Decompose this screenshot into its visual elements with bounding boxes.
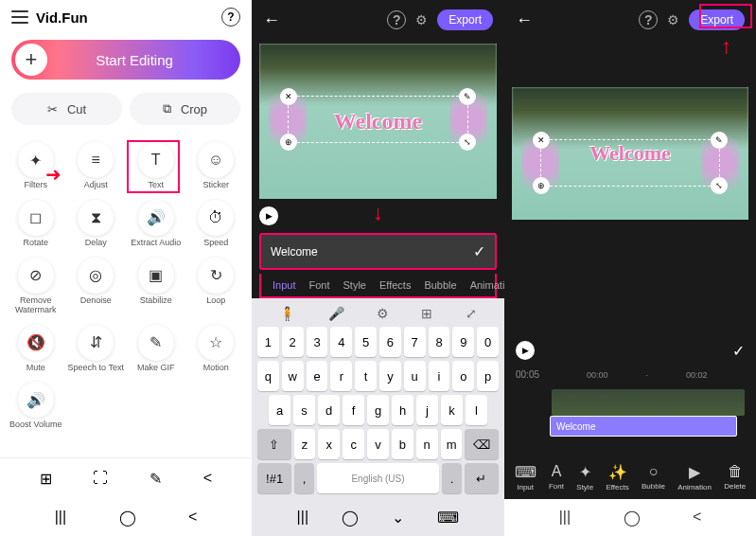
- key-p[interactable]: p: [477, 361, 499, 391]
- key-6[interactable]: 6: [379, 327, 401, 357]
- tab-input[interactable]: Input: [273, 279, 295, 291]
- magic-icon[interactable]: ✎: [149, 470, 162, 488]
- key-9[interactable]: 9: [452, 327, 474, 357]
- back-icon[interactable]: ←: [263, 10, 280, 30]
- tool-denoise[interactable]: ◎Denoise: [66, 254, 127, 319]
- key-c[interactable]: c: [343, 429, 364, 459]
- nav-home[interactable]: ◯: [119, 509, 136, 527]
- key-7[interactable]: 7: [404, 327, 426, 357]
- text-selection[interactable]: ✕ ✎ ⊕ ⤡: [288, 96, 468, 143]
- tool-effects[interactable]: ✨Effects: [606, 463, 628, 491]
- nav-back[interactable]: ⌄: [392, 509, 404, 527]
- key-symbols[interactable]: !#1: [257, 463, 291, 493]
- text-clip[interactable]: Welcome: [550, 416, 737, 437]
- confirm-icon[interactable]: ✓: [473, 242, 485, 260]
- key-b[interactable]: b: [392, 429, 413, 459]
- nav-back[interactable]: <: [693, 509, 701, 527]
- tab-effects[interactable]: Effects: [379, 279, 411, 291]
- back-icon[interactable]: ←: [516, 10, 533, 30]
- handle-bl[interactable]: ⊕: [533, 177, 550, 194]
- scan-icon[interactable]: ⛶: [93, 470, 108, 488]
- tool-sticker[interactable]: ☺Sticker: [186, 138, 247, 194]
- grid-icon[interactable]: ⊞: [40, 470, 52, 488]
- key-v[interactable]: v: [367, 429, 389, 459]
- export-button[interactable]: Export: [437, 9, 493, 30]
- tool-input[interactable]: ⌨Input: [515, 463, 536, 491]
- key-k[interactable]: k: [441, 395, 463, 425]
- tab-font[interactable]: Font: [308, 279, 329, 291]
- handle-tr[interactable]: ✎: [459, 88, 476, 105]
- video-preview[interactable]: Welcome ✕ ✎ ⊕ ⤡: [512, 87, 748, 220]
- cut-button[interactable]: ✂Cut: [11, 93, 122, 125]
- tool-rotate[interactable]: ◻Rotate: [6, 196, 66, 252]
- menu-icon[interactable]: [11, 10, 28, 24]
- key-comma[interactable]: ,: [294, 463, 314, 493]
- key-a[interactable]: a: [269, 395, 290, 425]
- tool-loop[interactable]: ↻Loop: [186, 254, 247, 319]
- tool-remove-watermark[interactable]: ⊘Remove Watermark: [6, 254, 66, 319]
- tab-style[interactable]: Style: [343, 279, 365, 291]
- key-d[interactable]: d: [318, 395, 340, 425]
- tool-make-gif[interactable]: ✎Make GIF: [126, 321, 186, 377]
- tool-extract-audio[interactable]: 🔊Extract Audio: [126, 196, 186, 252]
- tool-delete[interactable]: 🗑Delete: [724, 463, 746, 491]
- gear-icon[interactable]: ⚙: [415, 12, 428, 27]
- nav-recent[interactable]: |||: [559, 509, 571, 527]
- key-4[interactable]: 4: [330, 327, 352, 357]
- kb-mic[interactable]: 🎤: [328, 306, 344, 321]
- key-e[interactable]: e: [307, 361, 328, 391]
- text-input[interactable]: [271, 245, 466, 259]
- key-space[interactable]: English (US): [317, 463, 439, 493]
- tool-boost-volume[interactable]: 🔊Boost Volume: [6, 378, 66, 434]
- key-y[interactable]: y: [379, 361, 401, 391]
- handle-br[interactable]: ⤡: [711, 177, 728, 194]
- video-track[interactable]: [552, 389, 745, 416]
- tool-font[interactable]: AFont: [549, 463, 564, 491]
- key-l[interactable]: l: [466, 395, 487, 425]
- crop-button[interactable]: ⧉Crop: [130, 93, 240, 125]
- key-g[interactable]: g: [367, 395, 389, 425]
- video-preview[interactable]: Welcome ✕ ✎ ⊕ ⤡: [259, 44, 497, 199]
- key-1[interactable]: 1: [257, 327, 279, 357]
- tool-animation[interactable]: ▶Animation: [677, 463, 712, 491]
- tool-speech-to-text[interactable]: ⇵Speech to Text: [66, 321, 127, 377]
- kb-gear[interactable]: ⚙: [377, 306, 389, 321]
- key-backspace[interactable]: ⌫: [465, 429, 499, 459]
- key-r[interactable]: r: [330, 361, 352, 391]
- tool-adjust[interactable]: ≡Adjust: [66, 138, 127, 194]
- tab-bubble[interactable]: Bubble: [424, 279, 456, 291]
- play-button[interactable]: ▶: [259, 206, 278, 225]
- nav-kb[interactable]: ⌨: [437, 509, 459, 527]
- key-j[interactable]: j: [416, 395, 438, 425]
- key-q[interactable]: q: [257, 361, 279, 391]
- key-u[interactable]: u: [404, 361, 426, 391]
- key-o[interactable]: o: [452, 361, 474, 391]
- key-8[interactable]: 8: [429, 327, 450, 357]
- key-s[interactable]: s: [293, 395, 315, 425]
- key-h[interactable]: h: [392, 395, 413, 425]
- kb-expand[interactable]: ⤢: [466, 306, 477, 321]
- key-2[interactable]: 2: [282, 327, 304, 357]
- tool-mute[interactable]: 🔇Mute: [6, 321, 66, 377]
- key-n[interactable]: n: [416, 429, 438, 459]
- handle-br[interactable]: ⤡: [459, 134, 476, 151]
- tool-style[interactable]: ✦Style: [576, 463, 593, 491]
- confirm-icon[interactable]: ✓: [732, 342, 745, 360]
- start-editing-button[interactable]: + Start Editing: [11, 40, 240, 80]
- help-icon[interactable]: ?: [387, 10, 406, 29]
- text-selection[interactable]: ✕ ✎ ⊕ ⤡: [540, 139, 720, 187]
- nav-back[interactable]: <: [188, 509, 197, 527]
- gear-icon[interactable]: ⚙: [667, 12, 679, 27]
- help-icon[interactable]: ?: [221, 8, 240, 27]
- tool-stabilize[interactable]: ▣Stabilize: [126, 254, 186, 319]
- tool-bubble[interactable]: ○Bubble: [642, 463, 665, 491]
- share-icon[interactable]: <: [203, 470, 212, 488]
- key-i[interactable]: i: [429, 361, 450, 391]
- tool-speed[interactable]: ⏱Speed: [186, 196, 247, 252]
- key-shift[interactable]: ⇧: [257, 429, 291, 459]
- key-f[interactable]: f: [343, 395, 364, 425]
- key-0[interactable]: 0: [477, 327, 499, 357]
- handle-bl[interactable]: ⊕: [280, 134, 297, 151]
- handle-tl[interactable]: ✕: [533, 132, 550, 149]
- key-period[interactable]: .: [442, 463, 462, 493]
